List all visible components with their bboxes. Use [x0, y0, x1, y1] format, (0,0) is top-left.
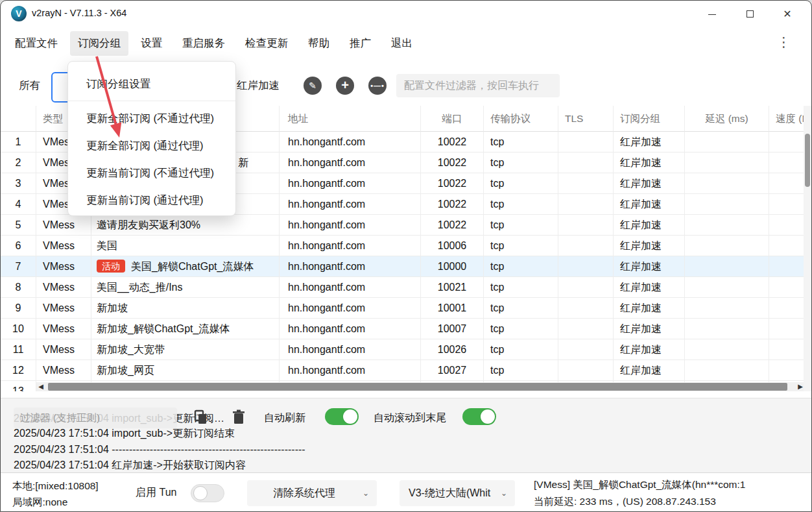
maximize-button[interactable] — [735, 5, 765, 24]
copy-icon[interactable] — [194, 409, 208, 425]
cell-port: 10007 — [421, 319, 484, 339]
cell-protocol: tcp — [484, 277, 558, 298]
cell-group: 红岸加速 — [614, 215, 685, 236]
minimize-button[interactable] — [697, 5, 727, 24]
more-icon[interactable]: •—• — [368, 77, 387, 95]
cell-address: hn.hongantf.com — [280, 319, 421, 339]
cell-type: VMess — [36, 360, 91, 381]
statusbar: 本地:[mixed:10808] 局域网:none 启用 Tun 清除系统代理 … — [1, 472, 812, 512]
titlebar: V v2rayN - V7.11.3 - X64 ✕ — [1, 1, 811, 27]
cell-tls — [558, 339, 614, 360]
close-button[interactable]: ✕ — [772, 5, 802, 24]
cell-protocol: tcp — [484, 360, 558, 381]
add-icon[interactable]: + — [336, 77, 354, 95]
table-row[interactable]: 8VMess美国__动态_推/Inshn.hongantf.com10021tc… — [1, 277, 805, 298]
hscroll-thumb[interactable] — [48, 383, 787, 391]
menu-item-重启服务[interactable]: 重启服务 — [174, 31, 233, 56]
table-row[interactable]: 11VMess新加坡_大宽带hn.hongantf.com10026tcp红岸加… — [1, 339, 805, 360]
horizontal-scrollbar[interactable]: ◀ ▶ — [36, 382, 805, 391]
kebab-menu-icon[interactable]: ⋮ — [777, 34, 791, 50]
cell-group: 红岸加速 — [614, 173, 685, 194]
menu-item-更新当前订阅 (不通过代理)[interactable]: 更新当前订阅 (不通过代理) — [68, 160, 235, 187]
menu-item-配置文件[interactable]: 配置文件 — [7, 31, 66, 56]
trash-icon[interactable] — [232, 409, 246, 425]
cell-tls — [558, 173, 614, 194]
cell-speed — [769, 256, 805, 277]
cell-delay — [685, 173, 769, 194]
cell-type: VMess — [36, 277, 91, 298]
tun-toggle[interactable] — [191, 484, 224, 502]
table-row[interactable]: 6VMess美国hn.hongantf.com10006tcp红岸加速 — [1, 236, 805, 256]
menu-item-推广[interactable]: 推广 — [342, 31, 379, 56]
cell-group: 红岸加速 — [614, 236, 685, 256]
app-logo-icon: V — [11, 6, 27, 21]
cell-index: 2 — [1, 152, 36, 173]
profile-filter-input[interactable] — [396, 74, 560, 97]
menu-item-设置[interactable]: 设置 — [133, 31, 170, 56]
cell-protocol: tcp — [484, 256, 558, 277]
cell-index: 6 — [1, 236, 36, 256]
vscroll-thumb[interactable] — [805, 134, 810, 187]
routing-select[interactable]: V3-绕过大陆(Whit ⌄ — [400, 480, 515, 506]
cell-port: 10027 — [421, 360, 484, 381]
system-proxy-select[interactable]: 清除系统代理 ⌄ — [247, 480, 377, 506]
system-proxy-value: 清除系统代理 — [273, 487, 335, 500]
lan-listen: 局域网:none — [12, 494, 99, 510]
header-protocol[interactable]: 传输协议 — [484, 106, 558, 132]
chevron-down-icon: ⌄ — [363, 489, 369, 498]
cell-speed — [769, 236, 805, 256]
edit-icon[interactable]: ✎ — [304, 77, 322, 95]
header-speed[interactable]: 速度 (M — [769, 106, 805, 132]
auto-refresh-toggle[interactable] — [325, 408, 359, 425]
cell-remarks: 新加坡_大宽带 — [91, 339, 280, 360]
menubar: 配置文件订阅分组设置重启服务检查更新帮助推广退出 — [7, 29, 425, 58]
header-address[interactable]: 地址 — [280, 106, 421, 132]
cell-index: 10 — [1, 319, 36, 339]
table-row[interactable]: 10VMess新加坡_解锁ChatGpt_流媒体hn.hongantf.com1… — [1, 319, 805, 339]
table-row[interactable]: 5VMess邀请朋友购买返利30%hn.hongantf.com10022tcp… — [1, 215, 805, 236]
cell-group: 红岸加速 — [614, 194, 685, 215]
menu-item-更新全部订阅 (通过代理)[interactable]: 更新全部订阅 (通过代理) — [68, 132, 235, 160]
cell-speed — [769, 277, 805, 298]
cell-type: VMess — [36, 319, 91, 339]
cell-speed — [769, 215, 805, 236]
cell-tls — [558, 236, 614, 256]
cell-delay — [685, 194, 769, 215]
menu-item-订阅分组[interactable]: 订阅分组 — [70, 31, 128, 56]
tab-all[interactable]: 所有 — [19, 79, 40, 93]
auto-scroll-toggle[interactable] — [462, 408, 496, 425]
menu-item-检查更新[interactable]: 检查更新 — [237, 31, 296, 56]
cell-protocol: tcp — [484, 194, 558, 215]
cell-address: hn.hongantf.com — [280, 360, 421, 381]
cell-address: hn.hongantf.com — [280, 277, 421, 298]
cell-tls — [558, 298, 614, 319]
cell-address: hn.hongantf.com — [280, 215, 421, 236]
vertical-scrollbar[interactable] — [804, 106, 811, 391]
header-tls[interactable]: TLS — [558, 106, 614, 132]
menu-item-更新当前订阅 (通过代理)[interactable]: 更新当前订阅 (通过代理) — [68, 187, 235, 214]
menu-item-更新全部订阅 (不通过代理)[interactable]: 更新全部订阅 (不通过代理) — [68, 105, 235, 132]
cell-delay — [685, 215, 769, 236]
window-title: v2rayN - V7.11.3 - X64 — [32, 8, 126, 18]
header-delay[interactable]: 延迟 (ms) — [685, 106, 769, 132]
tab-group[interactable]: 红岸加速 — [237, 79, 280, 93]
log-line: 2025/04/23 17:51:04 --------------------… — [14, 442, 305, 458]
menu-item-帮助[interactable]: 帮助 — [300, 31, 337, 56]
cell-port: 10021 — [421, 277, 484, 298]
menu-item-订阅分组设置[interactable]: 订阅分组设置 — [68, 71, 235, 98]
cell-index: 8 — [1, 277, 36, 298]
header-port[interactable]: 端口 — [421, 106, 484, 132]
table-row[interactable]: 9VMess新加坡hn.hongantf.com10001tcp红岸加速 — [1, 298, 805, 319]
table-row[interactable]: 7VMess活动美国_解锁ChatGpt_流媒体hn.hongantf.com1… — [1, 256, 805, 277]
header-group[interactable]: 订阅分组 — [614, 106, 685, 132]
cell-group: 红岸加速 — [614, 319, 685, 339]
cell-remarks: 新加坡 — [91, 298, 280, 319]
cell-index: 1 — [1, 132, 36, 152]
table-row[interactable]: 12VMess新加坡_网页hn.hongantf.com10027tcp红岸加速 — [1, 360, 805, 381]
menu-item-退出[interactable]: 退出 — [383, 31, 420, 56]
cell-type: VMess — [36, 215, 91, 236]
active-node-name: [VMess] 美国_解锁ChatGpt_流媒体(hn***com:1 — [534, 476, 745, 493]
log-panel: 2025/04/23 17:51:04 import_sub->更新订阅… 自动… — [1, 398, 812, 472]
scroll-left-icon[interactable]: ◀ — [36, 382, 45, 391]
log-filter-input[interactable] — [14, 408, 177, 428]
